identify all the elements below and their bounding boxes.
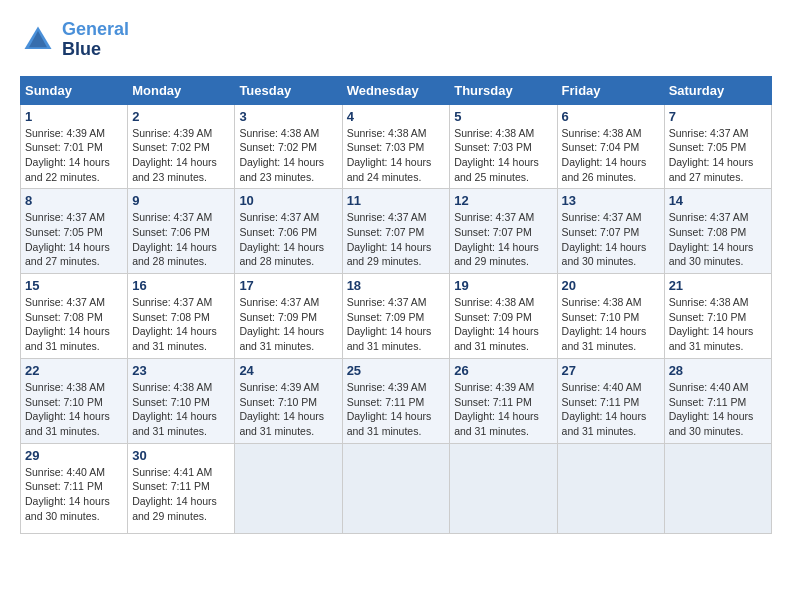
day-number: 2 (132, 109, 230, 124)
day-number: 27 (562, 363, 660, 378)
calendar-cell: 23Sunrise: 4:38 AM Sunset: 7:10 PM Dayli… (128, 358, 235, 443)
calendar-cell: 24Sunrise: 4:39 AM Sunset: 7:10 PM Dayli… (235, 358, 342, 443)
day-number: 23 (132, 363, 230, 378)
day-info: Sunrise: 4:37 AM Sunset: 7:08 PM Dayligh… (132, 295, 230, 354)
day-info: Sunrise: 4:41 AM Sunset: 7:11 PM Dayligh… (132, 465, 230, 524)
weekday-header-friday: Friday (557, 76, 664, 104)
calendar-table: SundayMondayTuesdayWednesdayThursdayFrid… (20, 76, 772, 534)
calendar-cell: 1Sunrise: 4:39 AM Sunset: 7:01 PM Daylig… (21, 104, 128, 189)
day-number: 30 (132, 448, 230, 463)
calendar-week-5: 29Sunrise: 4:40 AM Sunset: 7:11 PM Dayli… (21, 443, 772, 533)
day-number: 6 (562, 109, 660, 124)
day-number: 18 (347, 278, 446, 293)
calendar-cell: 21Sunrise: 4:38 AM Sunset: 7:10 PM Dayli… (664, 274, 771, 359)
day-number: 17 (239, 278, 337, 293)
day-info: Sunrise: 4:39 AM Sunset: 7:02 PM Dayligh… (132, 126, 230, 185)
day-number: 9 (132, 193, 230, 208)
weekday-header-sunday: Sunday (21, 76, 128, 104)
calendar-cell: 26Sunrise: 4:39 AM Sunset: 7:11 PM Dayli… (450, 358, 557, 443)
day-number: 7 (669, 109, 767, 124)
day-info: Sunrise: 4:38 AM Sunset: 7:09 PM Dayligh… (454, 295, 552, 354)
calendar-cell: 14Sunrise: 4:37 AM Sunset: 7:08 PM Dayli… (664, 189, 771, 274)
calendar-cell: 7Sunrise: 4:37 AM Sunset: 7:05 PM Daylig… (664, 104, 771, 189)
calendar-week-4: 22Sunrise: 4:38 AM Sunset: 7:10 PM Dayli… (21, 358, 772, 443)
day-number: 5 (454, 109, 552, 124)
calendar-cell: 27Sunrise: 4:40 AM Sunset: 7:11 PM Dayli… (557, 358, 664, 443)
day-info: Sunrise: 4:37 AM Sunset: 7:05 PM Dayligh… (669, 126, 767, 185)
day-number: 21 (669, 278, 767, 293)
calendar-cell: 16Sunrise: 4:37 AM Sunset: 7:08 PM Dayli… (128, 274, 235, 359)
day-number: 25 (347, 363, 446, 378)
calendar-cell: 6Sunrise: 4:38 AM Sunset: 7:04 PM Daylig… (557, 104, 664, 189)
calendar-cell: 30Sunrise: 4:41 AM Sunset: 7:11 PM Dayli… (128, 443, 235, 533)
calendar-week-2: 8Sunrise: 4:37 AM Sunset: 7:05 PM Daylig… (21, 189, 772, 274)
calendar-cell: 10Sunrise: 4:37 AM Sunset: 7:06 PM Dayli… (235, 189, 342, 274)
day-number: 26 (454, 363, 552, 378)
calendar-cell: 28Sunrise: 4:40 AM Sunset: 7:11 PM Dayli… (664, 358, 771, 443)
day-info: Sunrise: 4:37 AM Sunset: 7:05 PM Dayligh… (25, 210, 123, 269)
weekday-header-saturday: Saturday (664, 76, 771, 104)
weekday-header-monday: Monday (128, 76, 235, 104)
day-number: 22 (25, 363, 123, 378)
day-info: Sunrise: 4:37 AM Sunset: 7:06 PM Dayligh… (132, 210, 230, 269)
logo-icon (20, 22, 56, 58)
calendar-cell: 5Sunrise: 4:38 AM Sunset: 7:03 PM Daylig… (450, 104, 557, 189)
calendar-cell: 29Sunrise: 4:40 AM Sunset: 7:11 PM Dayli… (21, 443, 128, 533)
weekday-header-thursday: Thursday (450, 76, 557, 104)
day-info: Sunrise: 4:38 AM Sunset: 7:10 PM Dayligh… (669, 295, 767, 354)
weekday-header-tuesday: Tuesday (235, 76, 342, 104)
day-number: 19 (454, 278, 552, 293)
day-number: 1 (25, 109, 123, 124)
day-info: Sunrise: 4:37 AM Sunset: 7:06 PM Dayligh… (239, 210, 337, 269)
day-number: 16 (132, 278, 230, 293)
day-info: Sunrise: 4:38 AM Sunset: 7:10 PM Dayligh… (132, 380, 230, 439)
logo: General Blue (20, 20, 129, 60)
day-number: 28 (669, 363, 767, 378)
day-info: Sunrise: 4:38 AM Sunset: 7:02 PM Dayligh… (239, 126, 337, 185)
day-info: Sunrise: 4:38 AM Sunset: 7:03 PM Dayligh… (454, 126, 552, 185)
calendar-cell: 8Sunrise: 4:37 AM Sunset: 7:05 PM Daylig… (21, 189, 128, 274)
day-info: Sunrise: 4:38 AM Sunset: 7:10 PM Dayligh… (562, 295, 660, 354)
day-info: Sunrise: 4:39 AM Sunset: 7:10 PM Dayligh… (239, 380, 337, 439)
calendar-cell (450, 443, 557, 533)
day-info: Sunrise: 4:37 AM Sunset: 7:08 PM Dayligh… (25, 295, 123, 354)
calendar-cell: 13Sunrise: 4:37 AM Sunset: 7:07 PM Dayli… (557, 189, 664, 274)
day-info: Sunrise: 4:39 AM Sunset: 7:01 PM Dayligh… (25, 126, 123, 185)
weekday-header-wednesday: Wednesday (342, 76, 450, 104)
day-info: Sunrise: 4:37 AM Sunset: 7:09 PM Dayligh… (347, 295, 446, 354)
day-info: Sunrise: 4:38 AM Sunset: 7:04 PM Dayligh… (562, 126, 660, 185)
day-info: Sunrise: 4:39 AM Sunset: 7:11 PM Dayligh… (347, 380, 446, 439)
day-number: 14 (669, 193, 767, 208)
weekday-header-row: SundayMondayTuesdayWednesdayThursdayFrid… (21, 76, 772, 104)
calendar-cell (342, 443, 450, 533)
day-number: 13 (562, 193, 660, 208)
day-number: 4 (347, 109, 446, 124)
day-info: Sunrise: 4:37 AM Sunset: 7:08 PM Dayligh… (669, 210, 767, 269)
day-info: Sunrise: 4:40 AM Sunset: 7:11 PM Dayligh… (669, 380, 767, 439)
day-info: Sunrise: 4:37 AM Sunset: 7:09 PM Dayligh… (239, 295, 337, 354)
day-number: 8 (25, 193, 123, 208)
day-info: Sunrise: 4:39 AM Sunset: 7:11 PM Dayligh… (454, 380, 552, 439)
day-info: Sunrise: 4:37 AM Sunset: 7:07 PM Dayligh… (454, 210, 552, 269)
page-header: General Blue (20, 20, 772, 60)
calendar-cell: 20Sunrise: 4:38 AM Sunset: 7:10 PM Dayli… (557, 274, 664, 359)
calendar-cell: 25Sunrise: 4:39 AM Sunset: 7:11 PM Dayli… (342, 358, 450, 443)
calendar-cell (664, 443, 771, 533)
calendar-cell: 17Sunrise: 4:37 AM Sunset: 7:09 PM Dayli… (235, 274, 342, 359)
day-number: 24 (239, 363, 337, 378)
day-number: 11 (347, 193, 446, 208)
day-info: Sunrise: 4:40 AM Sunset: 7:11 PM Dayligh… (562, 380, 660, 439)
calendar-cell: 11Sunrise: 4:37 AM Sunset: 7:07 PM Dayli… (342, 189, 450, 274)
calendar-cell: 2Sunrise: 4:39 AM Sunset: 7:02 PM Daylig… (128, 104, 235, 189)
day-number: 3 (239, 109, 337, 124)
calendar-cell (235, 443, 342, 533)
calendar-cell: 3Sunrise: 4:38 AM Sunset: 7:02 PM Daylig… (235, 104, 342, 189)
calendar-week-3: 15Sunrise: 4:37 AM Sunset: 7:08 PM Dayli… (21, 274, 772, 359)
day-number: 10 (239, 193, 337, 208)
calendar-cell: 19Sunrise: 4:38 AM Sunset: 7:09 PM Dayli… (450, 274, 557, 359)
day-number: 20 (562, 278, 660, 293)
day-number: 29 (25, 448, 123, 463)
calendar-week-1: 1Sunrise: 4:39 AM Sunset: 7:01 PM Daylig… (21, 104, 772, 189)
day-info: Sunrise: 4:38 AM Sunset: 7:03 PM Dayligh… (347, 126, 446, 185)
calendar-cell: 4Sunrise: 4:38 AM Sunset: 7:03 PM Daylig… (342, 104, 450, 189)
